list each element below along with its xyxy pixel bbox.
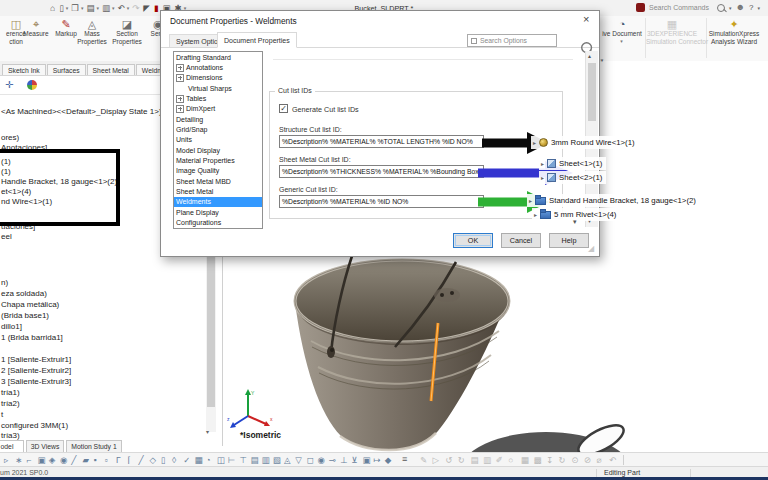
tray-tool-icon[interactable]: ▪	[94, 454, 97, 466]
tray-tool-icon[interactable]: ↦	[374, 454, 381, 466]
tray-tool-icon[interactable]: ▹	[4, 454, 8, 466]
tray-tool-icon[interactable]: ◆	[385, 454, 392, 466]
tray-tool-icon[interactable]: ▦	[194, 454, 202, 466]
resize-grip-icon[interactable]: ◢	[588, 244, 594, 253]
dropdown-caret-icon[interactable]: ▾	[127, 5, 130, 11]
dropdown-caret-icon[interactable]: ▾	[596, 38, 647, 44]
bottom-tab-odel[interactable]: odel	[0, 440, 24, 452]
tray-tool-icon[interactable]: ▥	[262, 454, 270, 466]
tray-tool-icon[interactable]: ▣	[362, 454, 370, 466]
tray-tool-icon[interactable]: ⊢	[228, 454, 235, 466]
feature-tree-item[interactable]: configured 3MM(1)	[1, 421, 68, 430]
feature-tree-item[interactable]: Chapa metálica)	[1, 300, 59, 309]
tool-mass-properties[interactable]: ◬MassProperties	[72, 18, 112, 45]
sheet-metal-cut-list-id-input[interactable]: %Description% %THICKNESS% %MATERIAL% %Bo…	[279, 165, 484, 178]
tray-tool-icon[interactable]: ▣	[38, 454, 46, 466]
bottom-tab-motion-study-1[interactable]: Motion Study 1	[66, 440, 122, 452]
dropdown-caret-icon[interactable]: ▾	[66, 5, 69, 11]
tool-active-document[interactable]: ◔ive Document▾	[596, 18, 648, 44]
tray-tool-icon[interactable]: ◈	[49, 454, 56, 466]
feature-tree-item[interactable]: tría3)	[1, 431, 20, 440]
panel-scrollbar-thumb[interactable]	[207, 255, 215, 407]
tray-tool-icon[interactable]: ⊸	[329, 454, 336, 466]
dialog-scrollbar-thumb[interactable]	[588, 63, 596, 121]
feature-tree-item[interactable]: 3 [Saliente-Extruir3]	[1, 377, 71, 386]
tray-tool-icon[interactable]: ⊥	[340, 454, 347, 466]
tray-tool-icon[interactable]: ◉	[60, 454, 67, 466]
help-caret-icon[interactable]: ▾	[757, 5, 760, 11]
tab-document-properties[interactable]: Document Properties	[217, 32, 297, 48]
search-commands-input[interactable]: Search Commands	[649, 4, 713, 11]
tray-tool-icon[interactable]: ◇	[150, 454, 157, 466]
tray-tool-icon[interactable]: ◉	[318, 454, 325, 466]
feature-tree-item[interactable]: t	[1, 410, 3, 419]
expand-arrow-icon[interactable]: ▸	[541, 174, 544, 181]
flyout-scroll-down-icon[interactable]: ▾	[573, 218, 577, 226]
dropdown-caret-icon[interactable]: ▾	[112, 5, 115, 11]
feature-tree-item[interactable]: 1 (Brida barrida1]	[1, 333, 63, 342]
dropdown-caret-icon[interactable]: ▾	[97, 5, 100, 11]
feature-tree-item[interactable]: tría1)	[1, 388, 20, 397]
help-button[interactable]: Help	[549, 233, 589, 248]
scroll-up-icon[interactable]: ▴	[588, 52, 591, 59]
tray-tool-icon[interactable]: ▰	[82, 454, 89, 466]
search-caret-icon[interactable]: ▾	[729, 5, 732, 11]
feature-tree-item[interactable]: n)	[1, 278, 8, 287]
generic-cut-list-id-input[interactable]: %Description% %MATERIAL% %ID NO%	[279, 195, 484, 208]
tray-tool-icon[interactable]: ▯	[161, 454, 166, 466]
feature-tree-item[interactable]: <As Machined><<Default>_Display State 1>…	[1, 107, 173, 116]
tray-tool-icon[interactable]: ⌐	[26, 454, 31, 466]
user-account-icon[interactable]: ☻	[736, 3, 745, 12]
expand-arrow-icon[interactable]: ▸	[534, 211, 537, 218]
structure-cut-list-id-input[interactable]: %Description% %MATERIAL% %TOTAL LENGTH% …	[279, 135, 484, 148]
ribbon-tab-surfaces[interactable]: Surfaces	[47, 64, 86, 75]
flyout-item-standard-handle-bracket-18-gauge-1-2[interactable]: ▸Standard Handle Bracket, 18 gauge<1>(2)	[527, 194, 700, 207]
tray-tool-icon[interactable]: ◻	[306, 454, 313, 466]
expand-arrow-icon[interactable]: ▸	[529, 197, 532, 204]
panel-scroll-down-icon[interactable]: ▾	[206, 428, 209, 435]
tray-tool-icon[interactable]: Γ	[116, 454, 121, 466]
tray-tool-icon[interactable]: ▫	[105, 454, 108, 466]
tray-tool-icon[interactable]: ◊	[172, 454, 176, 466]
tray-tool-icon[interactable]: ⊤	[239, 454, 246, 466]
save-icon[interactable]: ▤	[86, 2, 94, 14]
ribbon-tab-sheet-metal[interactable]: Sheet Metal	[87, 64, 135, 75]
feature-tree-item[interactable]: 2 [Saliente-Extruir2]	[1, 366, 71, 375]
flyout-item-sheet-2-1[interactable]: ▸Sheet<2>(1)	[539, 171, 606, 184]
tool-simulationxpress-analysis-wizard[interactable]: ✦SimulationXpressAnalysis Wizard	[708, 18, 760, 45]
expand-arrow-icon[interactable]: ▸	[533, 139, 536, 146]
tray-tool-icon[interactable]: ▽	[295, 454, 302, 466]
tray-tool-icon[interactable]: ⌈	[127, 454, 130, 466]
tool-3dexperience-simulation-connector[interactable]: ▦3DEXPERIENCESimulation Connector	[646, 18, 698, 45]
feature-tree-item[interactable]: 1 [Saliente-Extruir1]	[1, 355, 71, 364]
feature-tree-item[interactable]: dillo1]	[1, 322, 22, 331]
tray-tool-icon[interactable]: ▤	[250, 454, 258, 466]
tray-tool-icon[interactable]: ◬	[284, 454, 291, 466]
tray-tool-icon[interactable]: ∗	[15, 454, 22, 466]
tray-tool-icon[interactable]: ▧	[273, 454, 281, 466]
cancel-button[interactable]: Cancel	[501, 233, 541, 248]
tool-partial-tool[interactable]: A	[758, 18, 768, 26]
flyout-item-3mm-round-wire-1-1[interactable]: ▸3mm Round Wire<1>(1)	[531, 136, 639, 149]
feature-tree-item[interactable]: eza soldada)	[1, 289, 47, 298]
tray-tool-icon[interactable]: ⊻	[351, 454, 357, 466]
expand-arrow-icon[interactable]: ▸	[541, 160, 544, 167]
feature-tree-item[interactable]: tría2)	[1, 399, 20, 408]
tray-tool-icon[interactable]: ✓	[183, 454, 190, 466]
open-icon[interactable]: ❒	[71, 2, 79, 14]
home-icon[interactable]: ⌂	[50, 2, 55, 14]
rebuild-icon[interactable]: ▮	[154, 2, 159, 14]
ribbon-tab-sketch-ink[interactable]: Sketch Ink	[2, 64, 46, 75]
print-icon[interactable]: ▥	[102, 2, 110, 14]
bottom-tab-3d-views[interactable]: 3D Views	[26, 440, 64, 452]
feature-tree-item[interactable]: ores)	[1, 133, 19, 142]
redo-icon[interactable]: ↷	[132, 2, 139, 14]
search-icon[interactable]	[717, 4, 725, 12]
ok-button[interactable]: OK	[453, 233, 493, 248]
tray-tool-icon[interactable]: ◔	[206, 454, 211, 466]
dropdown-caret-icon[interactable]: ▾	[81, 5, 84, 11]
toolbar-menu-icon[interactable]: ≡	[402, 454, 407, 464]
feature-tree-item[interactable]: (Brida base1)	[1, 311, 49, 320]
tray-tool-icon[interactable]: ╱	[138, 454, 143, 466]
flyout-item-sheet-1-1[interactable]: ▸Sheet<1>(1)	[539, 157, 606, 170]
